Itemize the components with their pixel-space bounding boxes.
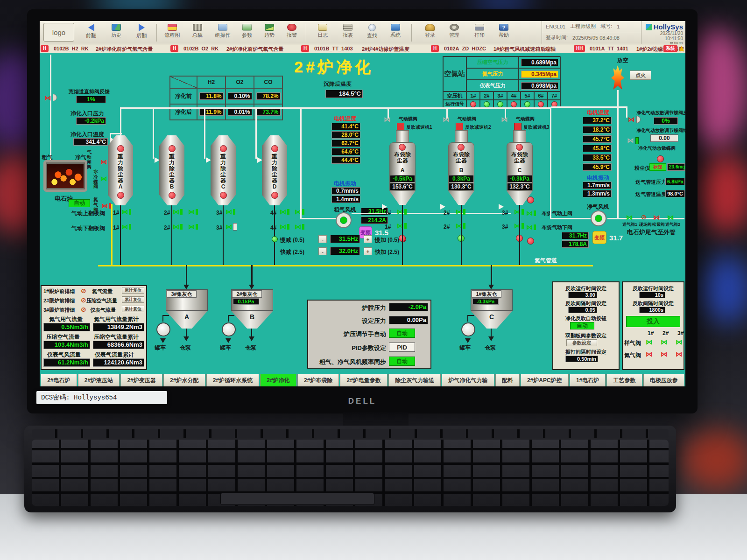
tab-2-carbide-furnace[interactable]: 2#电石炉 [41,374,77,386]
bag-outlet-upper-valve[interactable] [526,210,536,217]
alarm-level-badge[interactable]: H [431,45,439,52]
log-button[interactable]: 日志 [310,24,335,39]
sample-valve-2[interactable] [661,338,668,345]
system-button[interactable]: 系统 [383,24,408,39]
alarm-tag[interactable]: 0102A_ZD_HDZC [444,46,486,51]
supply-valve-2[interactable] [667,214,674,221]
slow-dec-button[interactable]: - [318,235,327,243]
pid-set-button[interactable]: PID [389,343,415,352]
nitrogen-valve[interactable] [101,202,111,209]
tab-electrode-params[interactable]: 电极压放参 [643,374,684,386]
alarm-tag[interactable]: 0101B_TT_1403 [314,46,353,51]
slow-setpoint[interactable]: 31.5Hz [330,235,360,243]
slow-inc-button[interactable]: + [364,235,372,243]
dust-calibrate-button[interactable]: 标定 [649,163,666,171]
tab-2-apc[interactable]: 2#炉APC炉控 [521,374,569,386]
tab-2-transformer[interactable]: 2#炉变压器 [120,374,162,386]
tab-2-circulating-water[interactable]: 2#炉循环水系统 [206,374,260,386]
tab-2-bag-filter[interactable]: 2#炉布袋除 [297,374,339,386]
upper-flap-valve-2a[interactable] [173,208,183,215]
tension-valve[interactable] [653,214,660,221]
group-op-button[interactable]: 组操作 [211,24,235,39]
bb2-run-value[interactable]: 10s [639,292,665,298]
field-valve[interactable] [641,213,647,221]
tab-batching[interactable]: 配料 [495,374,520,386]
tab-1-carbide-furnace[interactable]: 1#电石炉 [570,374,606,386]
bb1-param-button[interactable]: 参数设定 [566,339,597,346]
reset-total-button[interactable]: 累计复位 [122,287,144,294]
report-button[interactable]: 报表 [336,24,360,39]
alarm-desc[interactable]: 2#炉净化前炉气氧气含量 [226,46,283,53]
history-button[interactable]: 历史 [104,24,128,39]
help-button[interactable]: ?帮助 [492,24,516,39]
login-button[interactable]: 登录 [418,24,442,39]
alarm-level-badge[interactable]: H [170,45,178,52]
bb1-run-value[interactable]: 3.00 [568,292,597,298]
reset-total-button[interactable]: 累计复位 [122,306,144,312]
upper-flap-valve-3[interactable] [226,208,235,215]
alarm-level-badge[interactable]: H [41,45,49,52]
lower-flap-valve-1[interactable] [121,223,131,230]
supply-valve-1[interactable] [626,214,633,221]
ignite-button[interactable]: 点火 [630,70,651,80]
lower-flap-valve-4b[interactable] [295,223,304,230]
bb1-auto-button[interactable]: 自动 [570,322,594,329]
params-button[interactable]: 参数 [235,24,259,39]
hopper-C-rotary-feeder[interactable] [461,322,475,336]
alarm-desc[interactable]: 1#炉粗气风机减速箱后端轴 [493,46,556,53]
search-button[interactable]: 查找 [360,24,384,39]
vent-onoff-valve[interactable] [627,137,634,144]
tab-ash-conveying[interactable]: 除尘灰气力输送 [388,374,441,386]
upper-flap-valve-2b[interactable] [188,208,198,215]
manage-button[interactable]: 管理 [442,24,466,39]
stack-vent-valve[interactable] [44,94,51,102]
n2-valve-2[interactable] [661,350,668,357]
tab-2-purification[interactable]: 2#炉净化 [260,374,296,386]
upper-flap-valve-1[interactable] [121,208,131,215]
print-button[interactable]: 打印 [467,24,492,39]
trend-button[interactable]: 趋势 [257,24,282,39]
sample-valve-1[interactable] [646,338,653,345]
setpoint-press[interactable]: 0.00Pa [389,316,428,324]
upper-flap-valve-4b[interactable] [295,208,304,215]
sample-valve-3[interactable] [676,338,683,345]
fast-dec-button[interactable]: - [318,247,327,255]
reset-total-button[interactable]: 累计复位 [122,296,144,303]
tab-gas-purification-conveying[interactable]: 炉气净化气力输 [442,374,494,386]
alarm-desc[interactable]: 2#炉净化前炉气氢气含量 [96,46,153,53]
alarm-button[interactable]: 报警 [280,24,304,39]
tab-2-power-params[interactable]: 2#炉电量参数 [340,374,388,386]
clean-gas-fan[interactable] [591,210,606,226]
fast-inc-button[interactable]: + [364,247,372,255]
alarm-desc[interactable]: 2#炉4#边缘炉盖温度 [362,46,409,53]
tab-2-hydraulic-station[interactable]: 2#炉液压站 [78,374,120,386]
lower-flap-valve-2a[interactable] [173,223,183,230]
n2-valve-3[interactable] [676,350,683,357]
fast-setpoint[interactable]: 32.0Hz [330,247,360,255]
flowchart-button[interactable]: 流程图 [160,24,184,39]
bag-outlet-lower-valve[interactable] [526,224,536,231]
vent-reg-valve[interactable] [628,116,635,123]
alarm-tag[interactable]: 0102B_H2_RK [54,46,89,51]
clean-fan-vfd-button[interactable]: 变频 [592,231,606,244]
overview-button[interactable]: 总貌 [185,24,210,39]
forward-button[interactable]: 后翻 [129,24,154,39]
bb2-commit-button[interactable]: 投入 [626,316,680,327]
system-alarm-badge[interactable]: 系统 [663,45,677,52]
alarm-level-badge[interactable]: H [301,45,309,52]
alarm-level-badge[interactable]: HH [574,45,585,52]
raw-gas-fan[interactable] [336,212,352,228]
lower-flap-valve-2b[interactable] [188,223,198,230]
alarm-tag[interactable]: 0101A_TT_1401 [590,46,628,51]
hopper-A-rotary-feeder[interactable] [156,322,170,336]
lower-flap-valve-3[interactable] [226,223,233,230]
back-button[interactable]: 前翻 [79,24,103,39]
vent-reg-sp[interactable]: 0.00 [650,134,678,142]
bb1-shake-value[interactable]: 0.50min [565,356,598,362]
alarm-tag[interactable]: 0102B_O2_RK [183,46,218,51]
bag-B-butterfly-valve[interactable] [443,116,450,123]
n2-valve-auto-button[interactable]: 自动 [69,199,90,207]
bag-A-butterfly-valve[interactable] [384,116,391,123]
hopper-B-rotary-feeder[interactable] [222,322,236,336]
lower-flap-valve-4a[interactable] [280,223,289,230]
